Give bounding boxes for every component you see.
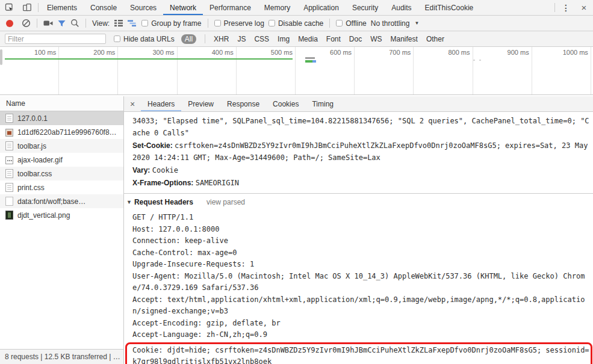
request-row-127-0-0-1[interactable]: 127.0.0.1 [0, 111, 123, 125]
tab-sources[interactable]: Sources [123, 0, 163, 15]
response-header-overflow-text: 34033; "Elapsed time", SQLPanel_sql_time… [132, 115, 593, 139]
tab-audits[interactable]: Audits [385, 0, 418, 15]
type-filter-media[interactable]: Media [298, 35, 318, 43]
network-toolbar: View: Group by frame Preserv [0, 16, 593, 31]
view-waterfall-button[interactable] [128, 19, 137, 27]
header-value: SAMEORIGIN [196, 179, 239, 187]
request-header-accept-encoding: Accept-Encoding: gzip, deflate, br [132, 318, 593, 330]
group-by-frame-option: Group by frame [141, 19, 201, 28]
stylesheet-file-icon [5, 183, 13, 192]
request-row-data-font-woff[interactable]: data:font/woff;base… [0, 194, 123, 208]
type-filter-ws[interactable]: WS [370, 35, 382, 43]
type-filter-img[interactable]: Img [278, 35, 290, 43]
hide-data-urls-checkbox[interactable] [114, 35, 120, 42]
tab-elements[interactable]: Elements [40, 0, 84, 15]
tab-memory[interactable]: Memory [258, 0, 297, 15]
type-filter-manifest[interactable]: Manifest [391, 35, 418, 43]
tick-label: 800 ms [414, 47, 473, 94]
overview-request-dots [473, 60, 482, 61]
view-parsed-link[interactable]: view parsed [206, 198, 245, 206]
tab-security[interactable]: Security [346, 0, 385, 15]
disable-cache-checkbox[interactable] [269, 20, 275, 26]
request-row-toolbar-css[interactable]: toolbar.css [0, 167, 123, 180]
disable-cache-option: Disable cache [269, 19, 323, 28]
type-filter-js[interactable]: JS [237, 35, 246, 43]
type-filter-xhr[interactable]: XHR [214, 35, 229, 43]
document-file-icon [5, 114, 13, 123]
tab-console[interactable]: Console [84, 0, 123, 15]
response-header-set-cookie: Set-Cookie: csrftoken=z4sDnWBZDz5Y9zIvr0… [132, 140, 593, 164]
request-detail-pane: × Headers Preview Response Cookies Timin… [124, 96, 593, 364]
disclosure-triangle-icon[interactable]: ▼ [126, 199, 132, 205]
preserve-log-checkbox[interactable] [214, 20, 221, 26]
response-header-vary: Vary: Cookie [132, 164, 593, 176]
request-header-accept: Accept: text/html,application/xhtml+xml,… [132, 294, 593, 318]
device-toolbar-icon [22, 3, 32, 12]
kebab-menu-icon[interactable]: ⋮ [557, 0, 575, 15]
type-filter-css[interactable]: CSS [254, 35, 269, 43]
header-value: Cookie [152, 166, 178, 174]
type-filter-font[interactable]: Font [326, 35, 341, 43]
divider [329, 19, 330, 28]
filter-input[interactable] [5, 34, 106, 44]
request-row-djdt-vertical-png[interactable]: djdt_vertical.png [0, 208, 123, 222]
request-name: 1d1df6220ab711e9996760f8… [17, 128, 117, 137]
request-name: djdt_vertical.png [17, 211, 70, 220]
request-header-cookie: Cookie: djdt=hide; csrftoken=z4sDnWBZDz5… [132, 345, 589, 364]
request-row-1d1df6220[interactable]: 1d1df6220ab711e9996760f8… [0, 125, 123, 139]
tabbar-spacer [480, 0, 553, 15]
devtools-window: Elements Console Sources Network Perform… [0, 0, 593, 364]
filter-funnel-icon [57, 19, 66, 28]
search-button[interactable] [70, 19, 79, 28]
type-filter-doc[interactable]: Doc [349, 35, 362, 43]
detail-tab-response[interactable]: Response [220, 96, 266, 111]
detail-tab-timing[interactable]: Timing [305, 96, 340, 111]
detail-tab-preview[interactable]: Preview [181, 96, 220, 111]
close-detail-icon[interactable]: × [124, 96, 141, 111]
divider [37, 19, 37, 28]
divider [38, 3, 39, 12]
detail-tab-cookies[interactable]: Cookies [266, 96, 305, 111]
offline-label: Offline [346, 19, 366, 28]
request-headers-section-header: ▼ Request Headers view parsed [126, 197, 593, 208]
tab-network[interactable]: Network [163, 0, 203, 15]
tab-performance[interactable]: Performance [203, 0, 258, 15]
header-value: csrftoken=z4sDnWBZDz5Y9zIvr0mI9hJBmCciPu… [132, 141, 588, 162]
tab-editthiscookie[interactable]: EditThisCookie [418, 0, 480, 15]
type-filter-other[interactable]: Other [426, 35, 444, 43]
inspect-element-button[interactable] [0, 0, 18, 15]
tick-label: 1000 ms [532, 47, 591, 94]
record-button[interactable] [6, 20, 13, 27]
overview-scroll-handle[interactable] [0, 49, 2, 65]
header-name: X-Frame-Options: [132, 179, 193, 187]
device-toolbar-button[interactable] [18, 0, 36, 15]
close-devtools-icon[interactable]: × [575, 0, 593, 15]
overview-load-line [5, 58, 293, 60]
request-row-print-css[interactable]: print.css [0, 180, 123, 194]
request-row-ajax-loader-gif[interactable]: ajax-loader.gif [0, 153, 123, 167]
image-file-icon [5, 211, 13, 220]
overview-request-bar [312, 60, 316, 63]
view-list-icon [114, 19, 123, 27]
tab-application[interactable]: Application [297, 0, 346, 15]
request-row-toolbar-js[interactable]: toolbar.js [0, 139, 123, 153]
request-line: GET / HTTP/1.1 [132, 212, 593, 224]
detail-tab-headers[interactable]: Headers [141, 96, 181, 111]
offline-option: Offline [336, 19, 366, 28]
capture-screenshots-button[interactable] [43, 19, 53, 27]
cookie-highlight-box: Cookie: djdt=hide; csrftoken=z4sDnWBZDz5… [125, 342, 592, 364]
network-main-split: Name 127.0.0.1 1d1df6220ab711e9996760f8…… [0, 96, 593, 364]
view-large-rows-button[interactable] [114, 19, 123, 27]
filter-button[interactable] [57, 19, 66, 28]
group-by-frame-checkbox[interactable] [141, 20, 148, 26]
network-overview-timeline[interactable]: 100 ms 200 ms 300 ms 400 ms 500 ms 600 m… [0, 47, 593, 95]
throttling-dropdown[interactable]: No throttling ▼ [371, 19, 420, 28]
divider [205, 34, 205, 43]
clear-button[interactable] [22, 19, 31, 28]
offline-checkbox[interactable] [336, 20, 343, 26]
camera-icon [43, 19, 53, 27]
name-column-header[interactable]: Name [0, 96, 123, 111]
script-file-icon [5, 141, 13, 150]
type-filter-all[interactable]: All [181, 34, 196, 44]
tick-label: 700 ms [355, 47, 414, 94]
